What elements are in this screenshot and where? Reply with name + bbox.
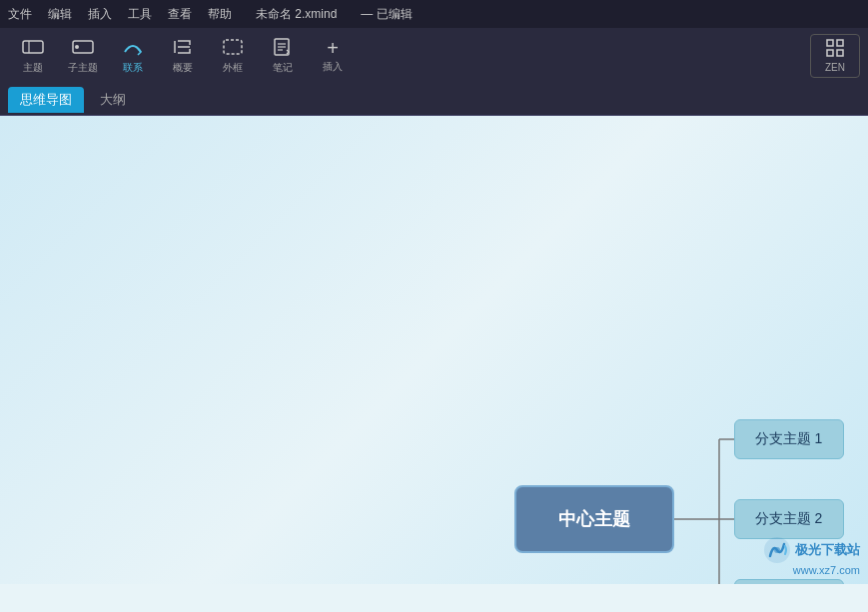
summary-label: 概要 bbox=[173, 61, 193, 75]
watermark-url: www.xz7.com bbox=[793, 564, 860, 576]
zen-icon bbox=[826, 39, 844, 60]
menu-item-help[interactable]: 帮助 bbox=[208, 6, 232, 23]
insert-label: 插入 bbox=[323, 60, 343, 74]
relation-label: 联系 bbox=[123, 61, 143, 75]
svg-rect-10 bbox=[837, 40, 843, 46]
menu-item-edit[interactable]: 编辑 bbox=[48, 6, 72, 23]
menu-item-insert[interactable]: 插入 bbox=[88, 6, 112, 23]
canvas-area[interactable]: 中心主题 分支主题 1 分支主题 2 分支主题 3 极光下载站 www.xz7.… bbox=[0, 116, 868, 584]
file-name: 未命名 2.xmind bbox=[256, 6, 337, 23]
topic-icon bbox=[22, 38, 44, 59]
zen-button[interactable]: ZEN bbox=[810, 34, 860, 78]
relation-icon bbox=[122, 38, 144, 59]
view-tabs: 思维导图 大纲 bbox=[0, 84, 868, 116]
svg-point-19 bbox=[774, 547, 780, 553]
toolbar-boundary[interactable]: 外框 bbox=[208, 34, 258, 79]
watermark-logo: 极光下载站 bbox=[763, 536, 860, 564]
toolbar-subtopic[interactable]: 子主题 bbox=[58, 34, 108, 79]
menu-item-view[interactable]: 查看 bbox=[168, 6, 192, 23]
watermark-logo-icon bbox=[763, 536, 791, 564]
note-icon bbox=[272, 38, 294, 59]
watermark-name: 极光下载站 bbox=[795, 541, 860, 559]
svg-rect-4 bbox=[224, 40, 242, 54]
toolbar: 主题 子主题 联系 bbox=[0, 28, 868, 84]
summary-icon bbox=[172, 38, 194, 59]
boundary-label: 外框 bbox=[223, 61, 243, 75]
branch-node-2[interactable]: 分支主题 2 bbox=[734, 499, 844, 539]
insert-icon: + bbox=[327, 38, 339, 58]
svg-rect-0 bbox=[23, 41, 43, 53]
subtopic-label: 子主题 bbox=[68, 61, 98, 75]
toolbar-summary[interactable]: 概要 bbox=[158, 34, 208, 79]
toolbar-note[interactable]: 笔记 bbox=[258, 34, 308, 79]
branch-node-1[interactable]: 分支主题 1 bbox=[734, 419, 844, 459]
zen-label: ZEN bbox=[825, 62, 845, 73]
menu-bar: 文件 编辑 插入 工具 查看 帮助 未命名 2.xmind — 已编辑 bbox=[0, 0, 868, 28]
menu-item-file[interactable]: 文件 bbox=[8, 6, 32, 23]
center-node[interactable]: 中心主题 bbox=[514, 485, 674, 553]
topic-label: 主题 bbox=[23, 61, 43, 75]
svg-point-3 bbox=[75, 45, 79, 49]
watermark: 极光下载站 www.xz7.com bbox=[763, 536, 860, 576]
toolbar-relation[interactable]: 联系 bbox=[108, 34, 158, 79]
subtopic-icon bbox=[72, 38, 94, 59]
toolbar-topic[interactable]: 主题 bbox=[8, 34, 58, 79]
toolbar-insert[interactable]: + 插入 bbox=[308, 34, 358, 78]
branch-node-3[interactable]: 分支主题 3 bbox=[734, 579, 844, 584]
tab-mindmap[interactable]: 思维导图 bbox=[8, 87, 84, 113]
note-label: 笔记 bbox=[273, 61, 293, 75]
boundary-icon bbox=[222, 38, 244, 59]
svg-rect-11 bbox=[827, 50, 833, 56]
menu-item-tools[interactable]: 工具 bbox=[128, 6, 152, 23]
file-status: — 已编辑 bbox=[361, 6, 412, 23]
svg-rect-9 bbox=[827, 40, 833, 46]
tab-outline[interactable]: 大纲 bbox=[88, 87, 138, 113]
svg-rect-12 bbox=[837, 50, 843, 56]
